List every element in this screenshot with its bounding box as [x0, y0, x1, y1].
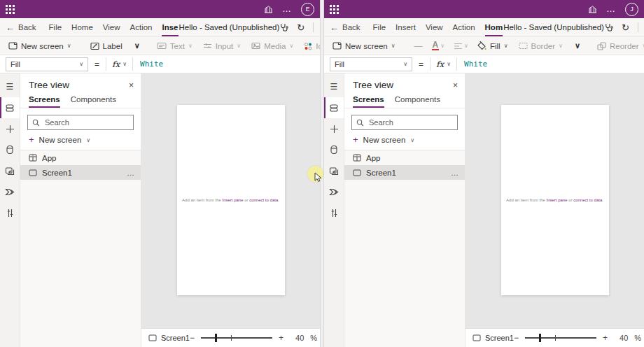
font-color-button[interactable]: A∨ [432, 41, 445, 50]
advanced-tools-icon[interactable] [324, 202, 344, 223]
tab-home-active[interactable]: Hom [485, 18, 503, 36]
screen1-artboard[interactable]: Add an item from the Insert pane or conn… [501, 105, 609, 295]
collapse-menu-icon[interactable]: ☰ [324, 76, 344, 97]
insert-pane-link[interactable]: Insert pane [222, 198, 243, 202]
fill-dropdown[interactable]: Fill ∨ [477, 41, 508, 50]
zoom-slider[interactable] [201, 337, 272, 339]
app-checker-icon[interactable] [604, 23, 613, 32]
media-panel-icon[interactable] [0, 160, 20, 181]
tree-item-app[interactable]: App [20, 150, 141, 165]
zoom-slider-thumb[interactable] [215, 334, 217, 342]
connect-to-data-link[interactable]: connect to data [573, 198, 602, 202]
border-dropdown[interactable]: Border ∨ [519, 42, 563, 50]
tab-view[interactable]: View [103, 18, 120, 36]
insert-icon[interactable] [0, 118, 20, 139]
app-checker-icon[interactable] [279, 23, 288, 32]
text-align-button[interactable]: ∨ [454, 43, 468, 50]
avatar[interactable]: E [301, 3, 314, 16]
insert-icon[interactable] [324, 118, 344, 139]
item-more-icon[interactable]: … [451, 169, 459, 177]
close-icon[interactable]: × [453, 80, 458, 90]
current-screen[interactable]: Screen1 [472, 334, 514, 342]
zoom-in-button[interactable]: + [603, 333, 608, 343]
tab-action[interactable]: Action [130, 18, 153, 36]
search-input[interactable] [368, 118, 453, 127]
icons-dropdown[interactable]: Icons ∨ [304, 42, 320, 50]
label-button[interactable]: Label [90, 42, 122, 50]
new-screen-button[interactable]: New screen ∨ [332, 42, 396, 50]
refresh-icon[interactable]: ↻ [622, 23, 629, 32]
connect-to-data-link[interactable]: connect to data [249, 198, 278, 202]
zoom-slider-thumb[interactable] [539, 334, 541, 342]
tab-screens[interactable]: Screens [353, 95, 384, 108]
formula-input[interactable]: White [464, 59, 487, 69]
text-dropdown[interactable]: Text ∨ [157, 42, 192, 50]
zoom-slider[interactable] [525, 337, 596, 339]
data-sources-icon[interactable] [324, 139, 344, 160]
ribbon-overflow-chevron-icon[interactable]: ∨ [575, 41, 580, 50]
screen1-artboard[interactable]: Add an item from the Insert pane or conn… [177, 105, 285, 295]
ribbon-overflow-chevron-icon[interactable]: ∨ [134, 41, 140, 50]
chevron-down-icon: ∨ [403, 61, 407, 67]
font-button[interactable]: — [414, 41, 423, 51]
tab-file[interactable]: File [373, 18, 386, 36]
refresh-icon[interactable]: ↻ [297, 23, 304, 32]
tab-components[interactable]: Components [395, 95, 440, 108]
item-more-icon[interactable]: … [127, 169, 135, 177]
new-screen-button[interactable]: + New screen ∨ [20, 134, 141, 150]
avatar[interactable]: J [625, 3, 638, 16]
media-panel-icon[interactable] [324, 160, 344, 181]
more-options-icon[interactable]: … [282, 6, 292, 13]
property-selector[interactable]: Fill ∨ [6, 57, 88, 71]
tab-action[interactable]: Action [453, 18, 475, 36]
zoom-out-button[interactable]: − [514, 333, 519, 343]
tab-insert[interactable]: Insert [396, 18, 416, 36]
tab-screens[interactable]: Screens [29, 95, 60, 108]
tab-home[interactable]: Home [71, 18, 93, 36]
more-options-icon[interactable]: … [606, 6, 616, 13]
power-automate-icon[interactable] [0, 181, 20, 202]
chevron-down-icon: ∨ [79, 61, 83, 67]
equals-sign: = [419, 59, 424, 69]
tab-file[interactable]: File [49, 18, 62, 36]
input-dropdown[interactable]: Input ∨ [203, 42, 241, 50]
zoom-out-button[interactable]: − [190, 333, 195, 343]
back-button[interactable]: ← Back [330, 22, 360, 33]
insert-pane-link[interactable]: Insert pane [546, 198, 567, 202]
new-screen-button[interactable]: + New screen ∨ [344, 134, 465, 150]
tab-components[interactable]: Components [71, 95, 116, 108]
zoom-level: 40 [620, 334, 628, 342]
app-launcher-icon[interactable] [330, 5, 339, 14]
zoom-in-button[interactable]: + [279, 333, 284, 343]
tree-item-screen1[interactable]: Screen1 … [344, 165, 465, 180]
current-screen[interactable]: Screen1 [148, 334, 190, 342]
search-input[interactable] [43, 118, 129, 127]
data-sources-icon[interactable] [0, 139, 20, 160]
property-selector[interactable]: Fill ∨ [330, 57, 412, 71]
tree-view-icon[interactable] [324, 97, 344, 118]
advanced-tools-icon[interactable] [0, 202, 20, 223]
status-bar: Screen1 − + 40 % [465, 328, 644, 347]
environment-icon[interactable] [588, 5, 597, 13]
tree-item-app[interactable]: App [344, 150, 465, 165]
screen-icon [472, 334, 481, 341]
fx-button[interactable]: fx ∨ [430, 57, 457, 71]
close-icon[interactable]: × [129, 80, 134, 90]
tab-view[interactable]: View [426, 18, 443, 36]
formula-input[interactable]: White [140, 59, 163, 69]
power-automate-icon[interactable] [324, 181, 344, 202]
collapse-menu-icon[interactable]: ☰ [0, 76, 20, 97]
app-launcher-icon[interactable] [6, 5, 15, 14]
reorder-dropdown[interactable]: Reorder ∨ [597, 42, 644, 50]
tree-view-icon[interactable] [0, 97, 20, 118]
tree-item-screen1[interactable]: Screen1 … [20, 165, 141, 180]
back-button[interactable]: ← Back [6, 22, 36, 33]
fx-button[interactable]: fx ∨ [106, 57, 133, 71]
new-screen-button[interactable]: New screen ∨ [8, 42, 71, 50]
media-dropdown[interactable]: Media ∨ [251, 42, 293, 50]
chevron-down-icon: ∨ [464, 43, 468, 49]
tab-insert-active[interactable]: Inse [162, 18, 178, 36]
design-canvas[interactable]: Add an item from the Insert pane or conn… [141, 73, 320, 328]
design-canvas[interactable]: Add an item from the Insert pane or conn… [465, 73, 644, 328]
environment-icon[interactable] [264, 5, 273, 13]
